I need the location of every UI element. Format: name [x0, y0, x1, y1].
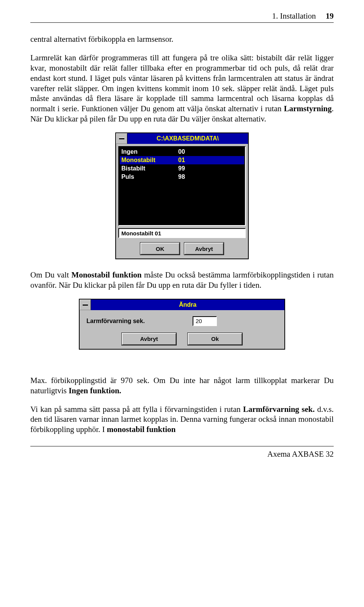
paragraph-4: Max. förbikopplingstid är 970 sek. Om Du… — [30, 375, 334, 396]
list-item-ingen[interactable]: Ingen 00 — [120, 148, 244, 156]
page-header: 1. Installation 19 — [30, 11, 334, 21]
system-menu-icon[interactable] — [80, 300, 91, 310]
dialog2-title: Ändra — [91, 300, 284, 310]
larmforvarning-label: Larmförvarning sek. — [86, 318, 193, 325]
footer-rule — [30, 446, 334, 446]
dialog2-titlebar: Ändra — [80, 300, 284, 310]
paragraph-2: Larmrelät kan därför programmeras till a… — [30, 53, 334, 124]
dialog1-titlebar: C:\AXBASEDM\DATA\ — [116, 133, 248, 144]
cancel-button[interactable]: Avbryt — [122, 333, 176, 345]
list-item-bistabilt[interactable]: Bistabilt 99 — [120, 164, 244, 173]
larmstyrning-listbox[interactable]: Ingen 00 Monostabilt 01 Bistabilt 99 Pul… — [118, 146, 246, 226]
selected-value-field[interactable]: Monostabilt 01 — [118, 228, 246, 238]
cancel-button[interactable]: Avbryt — [184, 243, 224, 255]
header-rule — [30, 22, 334, 23]
ok-button[interactable]: Ok — [188, 333, 242, 345]
header-section: 1. Installation — [272, 11, 316, 21]
paragraph-5: Vi kan på samma sätt passa på att fylla … — [30, 404, 334, 435]
ok-button[interactable]: OK — [140, 243, 180, 255]
larmforvarning-value-field[interactable]: 20 — [193, 316, 217, 326]
paragraph-3: Om Du valt Monostabil funktion måste Du … — [30, 270, 334, 290]
system-menu-icon[interactable] — [116, 133, 127, 144]
list-item-puls[interactable]: Puls 98 — [120, 173, 244, 181]
dialog1-title: C:\AXBASEDM\DATA\ — [127, 133, 248, 144]
footer-text: Axema AXBASE 32 — [30, 449, 334, 459]
paragraph-1: central alternativt förbikoppla en larms… — [30, 34, 334, 44]
dialog-larmstyrning: C:\AXBASEDM\DATA\ Ingen 00 Monostabilt 0… — [115, 132, 249, 259]
list-item-monostabilt[interactable]: Monostabilt 01 — [120, 156, 244, 164]
header-page-number: 19 — [326, 11, 334, 21]
dialog-andra: Ändra Larmförvarning sek. 20 Avbryt Ok — [79, 299, 285, 350]
